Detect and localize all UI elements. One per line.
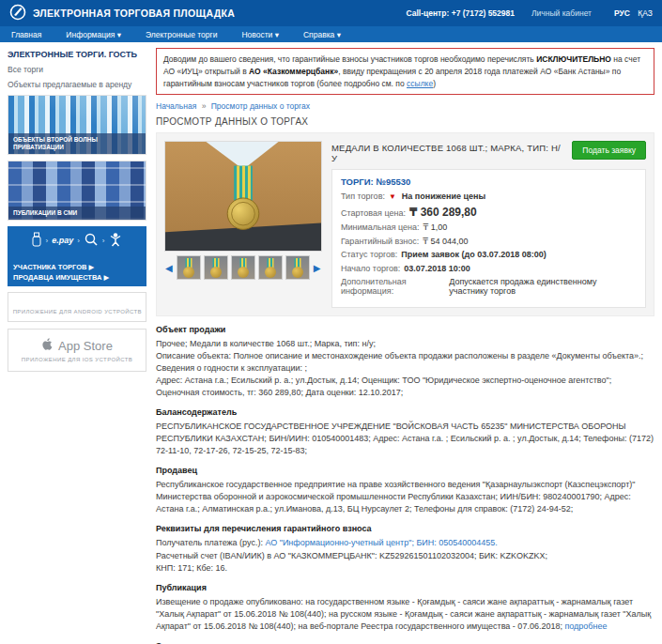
- breadcrumb-home-link[interactable]: Начальная: [156, 101, 196, 111]
- notice-bold-exclusively: ИСКЛЮЧИТЕЛЬНО: [536, 54, 611, 64]
- banner-privatization-caption: ОБЪЕКТЫ ВТОРОЙ ВОЛНЫ ПРИВАТИЗАЦИИ: [8, 133, 146, 154]
- steps-icons-row: › e.pay › ›: [13, 232, 141, 249]
- lang-kaz-link[interactable]: ҚАЗ: [638, 8, 653, 18]
- breadcrumb: Начальная » Просмотр данных о торгах: [156, 101, 654, 111]
- nav-information[interactable]: Информация ▾: [66, 30, 121, 39]
- lot-number: ТОРГИ: №95530: [341, 176, 637, 187]
- lot-type-row: Тип торгов: ▼ На понижение цены: [341, 192, 637, 201]
- thumbnail[interactable]: [177, 255, 201, 280]
- object-line: Прочее; Медали в количестве 1068 шт.; Ма…: [156, 338, 654, 350]
- status-label: Статус торгов:: [341, 250, 397, 259]
- step-arrow-icon: ›: [77, 237, 80, 245]
- breadcrumb-current-link[interactable]: Просмотр данных о торгах: [211, 101, 310, 111]
- main-content: Доводим до вашего сведения, что гарантий…: [156, 48, 654, 644]
- thumbnail[interactable]: [285, 255, 310, 280]
- nav-news[interactable]: Новости ▾: [241, 30, 279, 39]
- lot-info-box: ТОРГИ: №95530 Тип торгов: ▼ На понижение…: [331, 169, 646, 308]
- banner-ios-app[interactable]: App Store ПРИЛОЖЕНИЕ ДЛЯ IOS УСТРОЙСТВ: [8, 329, 146, 372]
- section-requisites-heading: Реквизиты для перечисления гарантийного …: [156, 523, 654, 535]
- banner-media-caption: ПУБЛИКАЦИИ В СМИ: [8, 207, 146, 220]
- sidebar-heading: ЭЛЕКТРОННЫЕ ТОРГИ. ГОСТЬ: [8, 50, 146, 59]
- payee-link[interactable]: АО "Информационно-учетный центр"; БИН: 0…: [265, 538, 497, 547]
- notice-bold-bank: АО «Казкоммерцбанк»: [249, 67, 338, 76]
- section-seller: Продавец Республиканское государственное…: [156, 465, 654, 515]
- top-header: ЭЛЕКТРОННАЯ ТОРГОВАЯ ПЛОЩАДКА Call-центр…: [0, 0, 662, 26]
- ecp-usb-icon: [32, 232, 41, 249]
- deposit-label: Гарантийный взнос:: [341, 237, 419, 246]
- guarantee-notice: Доводим до вашего сведения, что гарантий…: [156, 48, 654, 95]
- section-balance-holder: Балансодержатель РЕСПУБЛИКАНСКОЕ ГОСУДАР…: [156, 406, 654, 457]
- lot-type-value: На понижение цены: [402, 192, 485, 201]
- site-logo-icon: [9, 4, 26, 23]
- sidebar: ЭЛЕКТРОННЫЕ ТОРГИ. ГОСТЬ Все торги Объек…: [8, 48, 146, 644]
- banner-media-publications[interactable]: ПУБЛИКАЦИИ В СМИ: [8, 161, 146, 221]
- thumbnail[interactable]: [204, 255, 228, 280]
- thumbnail[interactable]: [231, 255, 255, 280]
- object-line: Адрес: Астана г.а.; Есильский р. а.; ул.…: [156, 375, 654, 399]
- sidebar-link-all-trades[interactable]: Все торги: [8, 65, 146, 74]
- section-seller-heading: Продавец: [156, 465, 654, 477]
- nav-home[interactable]: Главная: [11, 30, 41, 39]
- call-center-phone: Call-центр: +7 (7172) 552981: [407, 8, 515, 18]
- requisites-line1: Получатель платежа (рус.): АО "Информаци…: [156, 537, 654, 549]
- lot-type-label: Тип торгов:: [341, 192, 385, 201]
- sidebar-link-seller-instruction[interactable]: ПРОДАВЦА ИМУЩЕСТВА ▶: [13, 272, 141, 283]
- publication-more-link[interactable]: подробнее: [564, 621, 607, 631]
- lang-rus-link[interactable]: РУС: [614, 8, 630, 18]
- thumbs-next-button[interactable]: ▶: [313, 263, 322, 273]
- brand[interactable]: ЭЛЕКТРОННАЯ ТОРГОВАЯ ПЛОЩАДКА: [9, 4, 235, 23]
- thumbnail-strip: ◀ ▶: [164, 255, 322, 280]
- seller-text: Республиканское государственное предприя…: [156, 479, 654, 515]
- object-line: Описание объекта: Полное описание и мест…: [156, 350, 654, 375]
- notice-text: ): [433, 79, 436, 88]
- main-nav: Главная Информация ▾ Электронные торги Н…: [0, 26, 662, 42]
- section-publication: Публикация Извещение о продаже опубликов…: [156, 582, 654, 633]
- sidebar-link-rent-objects[interactable]: Объекты предлагаемые в аренду: [8, 80, 146, 89]
- lot-main-photo[interactable]: [164, 141, 322, 252]
- lot-extra-row: Дополнительная информация: Допускается п…: [341, 277, 637, 296]
- banner-android-app[interactable]: ПРИЛОЖЕНИЕ ДЛЯ ANDROID УСТРОЙСТВ: [8, 292, 146, 322]
- search-doc-icon: [84, 232, 99, 249]
- thumbnail[interactable]: [258, 255, 283, 280]
- start-date-value: 03.07.2018 10:00: [404, 264, 470, 273]
- extra-info-value: Допускается продажа единственному участн…: [449, 277, 637, 296]
- requisites-knp-line: КНП: 171; Кбе: 16.: [156, 562, 654, 575]
- appstore-wordmark: App Store: [58, 339, 113, 353]
- lot-start-price-row: Стартовая цена: ₸ 360 289,80: [341, 206, 637, 219]
- extra-info-label: Дополнительная информация:: [341, 277, 445, 296]
- page: ЭЛЕКТРОННАЯ ТОРГОВАЯ ПЛОЩАДКА Call-центр…: [0, 0, 662, 644]
- personal-cabinet-link[interactable]: Личный кабинет: [531, 8, 592, 18]
- epay-logo: e.pay: [52, 236, 73, 245]
- start-date-label: Начало торгов:: [341, 264, 400, 273]
- brand-title: ЭЛЕКТРОННАЯ ТОРГОВАЯ ПЛОЩАДКА: [33, 8, 235, 19]
- status-value: Прием заявок (до 03.07.2018 08:00): [401, 250, 546, 259]
- section-documents-heading: Эл. документы: [156, 640, 654, 644]
- nav-e-trades[interactable]: Электронные торги: [146, 30, 217, 39]
- min-price-value: ₸ 1,00: [423, 222, 448, 232]
- page-title: ПРОСМОТР ДАННЫХ О ТОРГАХ: [156, 116, 654, 127]
- thumbs-prev-button[interactable]: ◀: [164, 263, 174, 273]
- lot-min-price-row: Минимальная цена: ₸ 1,00: [341, 222, 637, 232]
- start-price-value: ₸ 360 289,80: [409, 206, 477, 219]
- photo-gallery: ◀ ▶: [164, 141, 322, 308]
- apply-button[interactable]: Подать заявку: [572, 141, 646, 160]
- lot-status-row: Статус торгов: Прием заявок (до 03.07.20…: [341, 250, 637, 259]
- section-documents: Эл. документы Отчет об оценке №1401 Депа…: [156, 640, 654, 644]
- notice-link[interactable]: ссылке: [407, 79, 433, 88]
- deposit-value: ₸ 54 044,00: [423, 237, 468, 246]
- sidebar-link-participant-instruction[interactable]: УЧАСТНИКА ТОРГОВ ▶: [13, 262, 141, 272]
- start-price-label: Стартовая цена:: [341, 208, 406, 218]
- ios-app-label: ПРИЛОЖЕНИЕ ДЛЯ IOS УСТРОЙСТВ: [22, 357, 132, 362]
- min-price-label: Минимальная цена:: [341, 222, 420, 232]
- nav-help[interactable]: Справка ▾: [303, 30, 341, 39]
- notice-text: Доводим до вашего сведения, что гарантий…: [163, 54, 536, 64]
- language-switcher: РУС ҚАЗ: [608, 8, 653, 18]
- banner-privatization[interactable]: ОБЪЕКТЫ ВТОРОЙ ВОЛНЫ ПРИВАТИЗАЦИИ: [8, 95, 146, 155]
- payee-label: Получатель платежа (рус.):: [156, 538, 265, 547]
- price-down-icon: ▼: [389, 192, 396, 201]
- balance-holder-text: РЕСПУБЛИКАНСКОЕ ГОСУДАРСТВЕННОЕ УЧРЕЖДЕН…: [156, 421, 654, 457]
- publication-text: Извещение о продаже опубликовано: на гос…: [156, 596, 654, 633]
- winner-person-icon: [109, 232, 122, 249]
- requisites-account-line: Расчетный счет (IBAN/ИИК) в АО "КАЗКОММЕ…: [156, 550, 654, 562]
- apple-logo-icon: [41, 337, 54, 354]
